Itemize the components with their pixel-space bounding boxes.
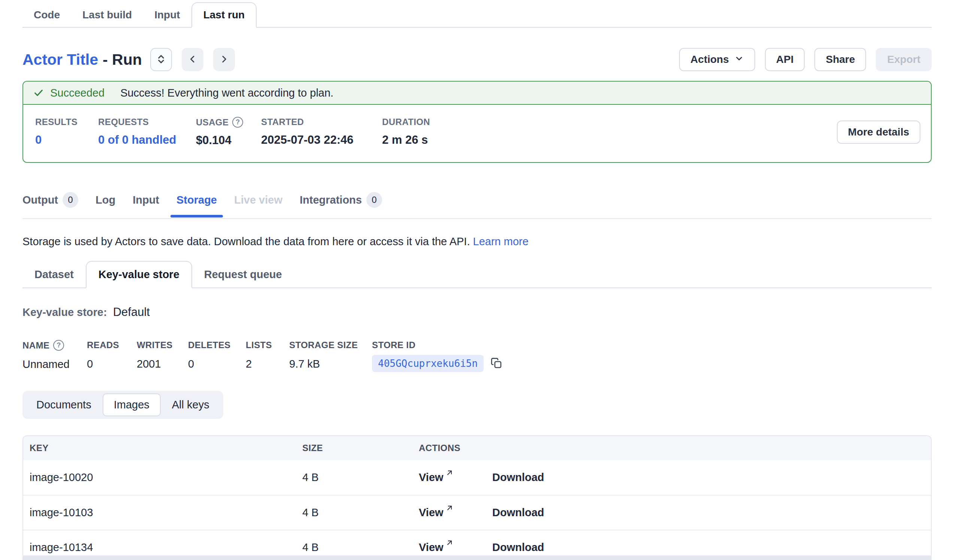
kv-value-writes: 2001 bbox=[137, 358, 188, 370]
view-link[interactable]: View bbox=[419, 541, 444, 554]
row-size: 4 B bbox=[302, 541, 414, 554]
learn-more-link[interactable]: Learn more bbox=[473, 235, 529, 248]
tab-dataset[interactable]: Dataset bbox=[22, 261, 86, 288]
tab-code[interactable]: Code bbox=[22, 3, 71, 27]
kv-col-storage-size: STORAGE SIZE 9.7 kB bbox=[289, 340, 372, 370]
tab-run-input[interactable]: Input bbox=[133, 194, 159, 217]
store-id-chip[interactable]: 405GQcuprxeku6i5n bbox=[372, 355, 484, 372]
actor-tabs: Code Last build Input Last run bbox=[22, 4, 932, 28]
arrow-up-right-icon bbox=[446, 469, 453, 476]
keys-table-header: KEY SIZE ACTIONS bbox=[23, 436, 931, 460]
copy-button[interactable] bbox=[490, 357, 502, 370]
share-button[interactable]: Share bbox=[814, 48, 866, 71]
filter-images[interactable]: Images bbox=[102, 393, 161, 416]
tab-key-value-store[interactable]: Key-value store bbox=[86, 261, 192, 288]
kv-header-storage-size: STORAGE SIZE bbox=[289, 340, 372, 350]
download-link[interactable]: Download bbox=[492, 541, 544, 554]
stat-duration-value: 2 m 26 s bbox=[382, 133, 430, 147]
run-selector-button[interactable] bbox=[150, 48, 172, 71]
stat-results-label: RESULTS bbox=[35, 117, 98, 127]
help-icon[interactable]: ? bbox=[232, 117, 243, 128]
tab-input[interactable]: Input bbox=[143, 3, 191, 27]
tab-storage[interactable]: Storage bbox=[177, 194, 217, 217]
row-size: 4 B bbox=[302, 471, 414, 484]
tab-last-run[interactable]: Last run bbox=[191, 2, 257, 28]
actor-run-page: Code Last build Input Last run Actor Tit… bbox=[0, 0, 953, 560]
row-key: image-10134 bbox=[23, 541, 302, 554]
tab-integrations[interactable]: Integrations 0 bbox=[300, 192, 382, 218]
download-link[interactable]: Download bbox=[492, 506, 544, 519]
column-header-actions: ACTIONS bbox=[414, 443, 931, 453]
tab-integrations-badge: 0 bbox=[366, 192, 382, 208]
copy-icon bbox=[490, 357, 502, 370]
api-button[interactable]: API bbox=[765, 48, 805, 71]
next-run-button[interactable] bbox=[213, 48, 235, 71]
kv-col-name: NAME? Unnamed bbox=[22, 340, 87, 371]
tab-output-label: Output bbox=[22, 194, 58, 206]
arrow-up-right-icon bbox=[446, 539, 453, 546]
page-title-suffix: - Run bbox=[102, 51, 142, 68]
kv-store-label: Key-value store: bbox=[22, 306, 107, 319]
stat-usage: USAGE? $0.104 bbox=[196, 117, 261, 147]
stat-duration: DURATION 2 m 26 s bbox=[382, 117, 430, 147]
table-row: image-10103 4 B View Download bbox=[23, 495, 931, 530]
more-details-button[interactable]: More details bbox=[837, 121, 920, 144]
previous-run-button[interactable] bbox=[182, 48, 203, 71]
run-detail-tabs: Output 0 Log Input Storage Live view Int… bbox=[22, 192, 932, 219]
kv-value-lists: 2 bbox=[246, 358, 289, 370]
filter-documents[interactable]: Documents bbox=[25, 393, 102, 416]
view-link[interactable]: View bbox=[419, 471, 444, 484]
filter-all-keys[interactable]: All keys bbox=[161, 393, 220, 416]
row-actions: View Download bbox=[414, 506, 931, 519]
kv-col-writes: WRITES 2001 bbox=[137, 340, 188, 370]
stat-started: STARTED 2025-07-03 22:46 bbox=[261, 117, 382, 147]
kv-col-lists: LISTS 2 bbox=[246, 340, 289, 370]
help-icon[interactable]: ? bbox=[53, 340, 64, 351]
stat-usage-label: USAGE? bbox=[196, 117, 261, 128]
download-link[interactable]: Download bbox=[492, 471, 544, 484]
keys-table: KEY SIZE ACTIONS image-10020 4 B View Do… bbox=[22, 435, 932, 560]
view-link-wrap: View bbox=[419, 471, 492, 484]
storage-description: Storage is used by Actors to save data. … bbox=[22, 235, 932, 248]
kv-header-reads: READS bbox=[87, 340, 137, 350]
row-key: image-10103 bbox=[23, 506, 302, 519]
chevron-left-icon bbox=[187, 54, 198, 66]
column-header-size: SIZE bbox=[302, 443, 414, 453]
run-status-card: Succeeded Success! Everything went accor… bbox=[22, 81, 932, 163]
kv-col-store-id: STORE ID 405GQcuprxeku6i5n bbox=[372, 340, 502, 372]
arrow-up-right-icon bbox=[446, 504, 453, 512]
actions-button[interactable]: Actions bbox=[679, 48, 755, 71]
stat-requests-value[interactable]: 0 of 0 handled bbox=[98, 133, 196, 147]
tab-request-queue[interactable]: Request queue bbox=[192, 261, 294, 288]
stat-results-value[interactable]: 0 bbox=[35, 133, 98, 147]
kv-store-line: Key-value store: Default bbox=[22, 305, 932, 319]
title-row: Actor Title- Run Actions API Share Expor… bbox=[22, 47, 932, 72]
tab-output-badge: 0 bbox=[62, 192, 78, 208]
run-status-text: Succeeded bbox=[50, 87, 104, 99]
stat-usage-value: $0.104 bbox=[196, 134, 261, 147]
stat-requests-label: REQUESTS bbox=[98, 117, 196, 127]
stat-usage-label-text: USAGE bbox=[196, 117, 228, 128]
row-size: 4 B bbox=[302, 506, 414, 519]
actions-button-label: Actions bbox=[691, 54, 729, 65]
tab-last-build[interactable]: Last build bbox=[71, 3, 143, 27]
kv-header-name: NAME? bbox=[22, 340, 87, 351]
table-row: image-10020 4 B View Download bbox=[23, 460, 931, 495]
actor-title-link[interactable]: Actor Title bbox=[22, 51, 98, 68]
next-row-peek-strip bbox=[22, 555, 932, 560]
storage-description-text: Storage is used by Actors to save data. … bbox=[22, 235, 470, 248]
view-link-wrap: View bbox=[419, 541, 492, 554]
export-button[interactable]: Export bbox=[876, 48, 932, 71]
tab-log[interactable]: Log bbox=[96, 194, 115, 217]
view-link[interactable]: View bbox=[419, 506, 444, 519]
kv-store-stats: NAME? Unnamed READS 0 WRITES 2001 DELETE… bbox=[22, 340, 932, 372]
kv-header-deletes: DELETES bbox=[188, 340, 246, 350]
storage-type-tabs: Dataset Key-value store Request queue bbox=[22, 262, 932, 288]
column-header-key: KEY bbox=[23, 443, 302, 453]
chevron-right-icon bbox=[219, 54, 230, 66]
tab-output[interactable]: Output 0 bbox=[22, 192, 78, 218]
key-filter-segmented-control: Documents Images All keys bbox=[22, 391, 223, 419]
kv-col-reads: READS 0 bbox=[87, 340, 137, 370]
kv-header-lists: LISTS bbox=[246, 340, 289, 350]
kv-value-storage-size: 9.7 kB bbox=[289, 358, 372, 370]
